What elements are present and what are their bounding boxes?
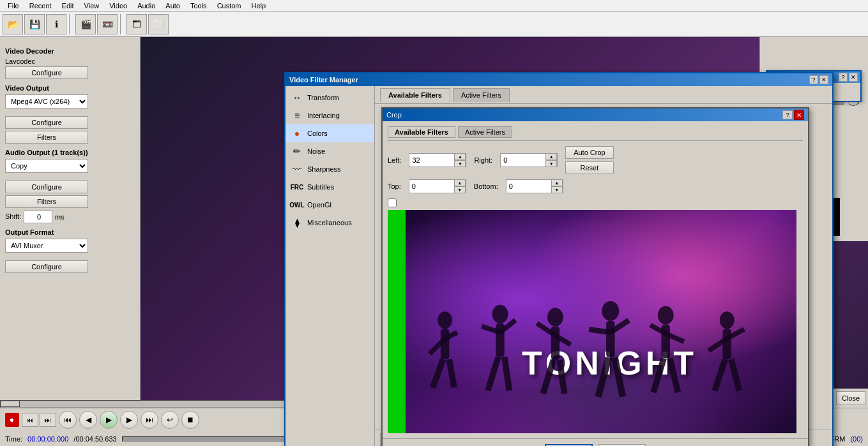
menu-video[interactable]: Video [104, 0, 132, 11]
misc-icon: ⧫ [291, 216, 303, 229]
menu-custom[interactable]: Custom [212, 0, 247, 11]
output-format-select[interactable]: AVI Muxer [5, 239, 88, 253]
vfm-tab-available[interactable]: Available Filters [380, 88, 450, 102]
rewind-button[interactable]: ⏮ [59, 411, 77, 429]
left-spin-down[interactable]: ▼ [454, 160, 466, 167]
crop-video-frame: TONIGHT [388, 210, 796, 433]
top-spinbox[interactable]: ▲ ▼ [409, 179, 466, 193]
vfm-close-button[interactable]: ✕ [819, 75, 828, 84]
top-input[interactable] [409, 181, 454, 191]
crop-fields-row2: Top: ▲ ▼ Bottom: [388, 179, 803, 193]
right-spin-down[interactable]: ▼ [545, 160, 557, 167]
svg-line-4 [432, 359, 443, 387]
interlacing-icon: ≡ [291, 109, 303, 122]
video-output-select[interactable]: Mpeg4 AVC (x264) [5, 94, 88, 108]
save-button[interactable]: 💾 [24, 14, 45, 34]
time-label: Time: [5, 435, 22, 443]
configure-button-2[interactable]: Configure [5, 116, 88, 129]
stop-button[interactable]: ⏹ [181, 411, 199, 429]
menu-edit[interactable]: Edit [57, 0, 79, 11]
window-button[interactable]: 🗔 [126, 14, 147, 34]
menu-audio[interactable]: Audio [132, 0, 160, 11]
filter-colors[interactable]: ● Colors [286, 124, 374, 142]
svg-rect-31 [722, 329, 731, 359]
left-input[interactable] [409, 155, 454, 165]
crop-preview-bar [388, 198, 803, 207]
svg-line-29 [670, 358, 678, 392]
crop-header-tabs: Available Filters Active Filters [388, 126, 803, 141]
loop-button[interactable]: ↩ [161, 411, 179, 429]
bottom-spinbox[interactable]: ▲ ▼ [506, 179, 563, 193]
preview-checkbox[interactable] [388, 198, 397, 207]
bottom-spin-buttons: ▲ ▼ [551, 179, 563, 193]
bottom-spin-down[interactable]: ▼ [551, 186, 563, 193]
shift-input[interactable] [24, 211, 52, 223]
right-spin-buttons: ▲ ▼ [545, 153, 557, 167]
auto-crop-button[interactable]: Auto Crop [565, 146, 614, 159]
vfm-tab-active[interactable]: Active Filters [453, 88, 510, 102]
fast-forward-button[interactable]: ⏭ [141, 411, 158, 429]
filter-miscellaneous-label: Miscellaneous [307, 219, 352, 227]
frame-count: (00) [850, 435, 863, 443]
configure-button-4[interactable]: Configure [5, 260, 88, 273]
segment-button-1[interactable]: ⏮ [22, 413, 38, 427]
bottom-input[interactable] [506, 181, 551, 191]
next-frame-button[interactable]: ▶ [120, 411, 138, 429]
play-button[interactable]: ▶ [100, 411, 118, 429]
filter-subtitles[interactable]: FRC Subtitles [286, 178, 374, 196]
left-spinbox[interactable]: ▲ ▼ [409, 153, 466, 167]
vfm-main: Available Filters Active Filters Crop ? … [375, 86, 832, 446]
close-button[interactable]: Close [836, 391, 865, 405]
menu-auto[interactable]: Auto [160, 0, 185, 11]
duration-label: /00:04:50.633 [73, 435, 116, 443]
segment-button-2[interactable]: ⏭ [40, 413, 56, 427]
open-video-button[interactable]: 🎬 [75, 14, 96, 34]
crop-tab-available[interactable]: Available Filters [388, 126, 455, 138]
filters-button-2[interactable]: Filters [5, 195, 88, 208]
menu-tools[interactable]: Tools [185, 0, 212, 11]
filter-miscellaneous[interactable]: ⧫ Miscellaneous [286, 214, 374, 232]
small-dialog-close[interactable]: ✕ [849, 73, 858, 82]
filter-opengl[interactable]: OWL OpenGl [286, 196, 374, 214]
right-spin-up[interactable]: ▲ [545, 153, 557, 160]
small-dialog-help[interactable]: ? [839, 73, 848, 82]
menu-view[interactable]: View [79, 0, 105, 11]
window2-button[interactable]: ⬜ [148, 14, 169, 34]
audio-copy-select[interactable]: Copy [5, 159, 88, 173]
scroll-thumb[interactable] [1, 401, 20, 407]
right-input[interactable] [501, 155, 545, 165]
top-spin-down[interactable]: ▼ [454, 186, 466, 193]
menu-help[interactable]: Help [247, 0, 271, 11]
svg-point-24 [658, 306, 674, 325]
filter-noise[interactable]: ✏ Noise [286, 142, 374, 160]
crop-close-button[interactable]: ✕ [794, 110, 804, 120]
bottom-spin-up[interactable]: ▲ [551, 179, 563, 186]
close-label: Close [842, 394, 860, 402]
vfm-help-button[interactable]: ? [809, 75, 818, 84]
menu-recent[interactable]: Recent [24, 0, 57, 11]
filter-sharpness[interactable]: 〰 Sharpness [286, 160, 374, 178]
configure-button-3[interactable]: Configure [5, 181, 88, 193]
info-button[interactable]: ℹ [46, 14, 66, 34]
crop-help-button[interactable]: ? [782, 110, 793, 119]
prev-frame-button[interactable]: ◀ [79, 411, 97, 429]
video-decoder-title: Video Decoder [5, 47, 135, 55]
crop-tab-active[interactable]: Active Filters [458, 126, 512, 138]
top-spin-up[interactable]: ▲ [454, 179, 466, 186]
reset-button[interactable]: Reset [565, 161, 614, 174]
filters-button-1[interactable]: Filters [5, 131, 88, 144]
right-spinbox[interactable]: ▲ ▼ [500, 153, 558, 167]
filter-transform[interactable]: ↔ Transform [286, 89, 374, 107]
left-spin-up[interactable]: ▲ [454, 153, 466, 160]
configure-button-1[interactable]: Configure [5, 66, 88, 79]
green-crop-bar [388, 210, 406, 433]
svg-line-22 [598, 357, 609, 396]
filter-interlacing[interactable]: ≡ Interlacing [286, 107, 374, 124]
vfm-dialog: Video Filter Manager ? ✕ ↔ Transform ≡ I… [284, 72, 834, 446]
save-video-button[interactable]: 📼 [97, 14, 118, 34]
vfm-body: Crop ? ✕ Available Filters Ac [375, 104, 832, 429]
svg-line-20 [589, 329, 611, 332]
menu-file[interactable]: File [3, 0, 24, 11]
open-folder-button[interactable]: 📂 [3, 14, 23, 34]
menu-bar: File Recent Edit View Video Audio Auto T… [0, 0, 868, 11]
